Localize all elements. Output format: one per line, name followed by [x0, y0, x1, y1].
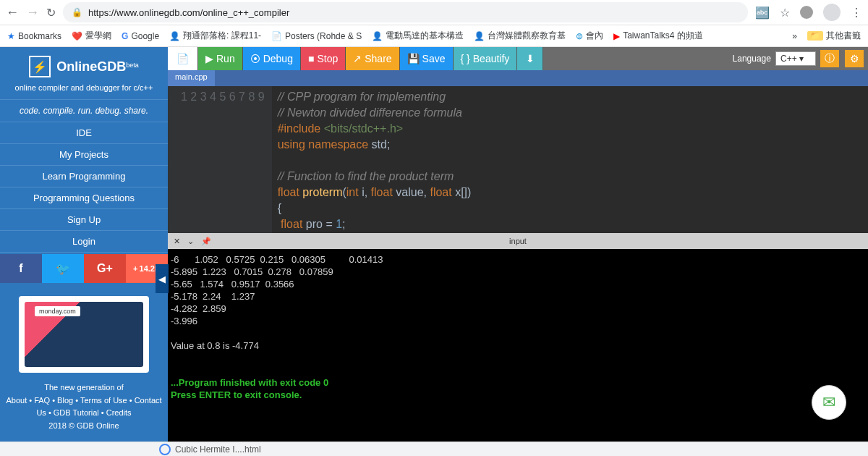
extension-icons: 🔤 ☆ ⋮	[755, 4, 862, 21]
ext-icon[interactable]	[800, 6, 813, 19]
sidebar-nav: IDE My Projects Learn Programming Progra…	[0, 122, 168, 253]
bookmarks-overflow[interactable]: »	[792, 31, 797, 41]
sidebar-footer: The new generation of About • FAQ • Blog…	[0, 379, 168, 435]
profile-avatar[interactable]	[823, 4, 841, 21]
console-close-icon[interactable]: ✕	[174, 237, 180, 246]
beautify-button[interactable]: { } Beautify	[454, 47, 518, 70]
social-row: f 🐦 G+ +14.2K	[0, 254, 168, 283]
share-button[interactable]: ↗ Share	[346, 47, 399, 70]
bookmark-item[interactable]: 📄Posters (Rohde & S	[271, 31, 362, 41]
address-bar[interactable]: 🔒 https://www.onlinegdb.com/online_c++_c…	[63, 2, 748, 22]
nav-learn[interactable]: Learn Programming	[0, 166, 168, 187]
nav-questions[interactable]: Programming Questions	[0, 187, 168, 209]
forward-button[interactable]: →	[26, 5, 39, 20]
language-label: Language	[733, 54, 771, 64]
googleplus-button[interactable]: G+	[84, 254, 126, 283]
browser-toolbar: ← → ↻ 🔒 https://www.onlinegdb.com/online…	[0, 0, 868, 25]
debug-button[interactable]: ⦿ Debug	[243, 47, 301, 70]
bookmark-item[interactable]: 👤電動馬達的基本構造	[372, 30, 464, 42]
footer-links[interactable]: About • FAQ • Blog • Terms of Use • Cont…	[6, 396, 161, 418]
console-pin-icon[interactable]: 📌	[201, 237, 211, 246]
nav-projects[interactable]: My Projects	[0, 144, 168, 166]
facebook-button[interactable]: f	[0, 254, 42, 283]
console-bar: ✕ ⌄ 📌 input	[168, 233, 868, 249]
nav-ide[interactable]: IDE	[0, 122, 168, 144]
downloads-bar: Cubic Hermite I....html	[0, 442, 868, 456]
back-button[interactable]: ←	[6, 5, 19, 20]
logo-icon: ⚡	[29, 56, 51, 77]
logo-text: OnlineGDB	[56, 59, 126, 74]
star-icon[interactable]: ☆	[780, 6, 790, 20]
tagline: code. compile. run. debug. share.	[0, 99, 168, 122]
nav-signup[interactable]: Sign Up	[0, 209, 168, 231]
code-editor[interactable]: 1 2 3 4 5 6 7 8 9 // CPP program for imp…	[168, 86, 868, 233]
chat-fab[interactable]: ✉	[812, 385, 846, 420]
bookmark-item[interactable]: 👤台灣媒體觀察教育基	[474, 30, 566, 42]
console-collapse-icon[interactable]: ⌄	[187, 237, 194, 246]
subtitle: online compiler and debugger for c/c++	[0, 82, 168, 99]
language-select[interactable]: C++ ▾	[775, 51, 816, 66]
settings-button[interactable]: ⚙	[845, 50, 864, 67]
twitter-button[interactable]: 🐦	[42, 254, 84, 283]
save-button[interactable]: 💾 Save	[400, 47, 454, 70]
bookmark-item[interactable]: ❤️愛學網	[72, 30, 111, 42]
ad-banner[interactable]: monday.com	[19, 296, 149, 373]
sidebar: ⚡ OnlineGDBbeta online compiler and debu…	[0, 47, 168, 442]
ad-label: monday.com	[35, 306, 80, 316]
translate-icon[interactable]: 🔤	[755, 6, 770, 20]
tab-main[interactable]: main.cpp	[168, 70, 215, 86]
editor-area: 📄 ▶ Run ⦿ Debug ■ Stop ↗ Share 💾 Save { …	[168, 47, 868, 442]
line-gutter: 1 2 3 4 5 6 7 8 9	[168, 86, 272, 233]
collapse-sidebar-button[interactable]: ◀	[156, 264, 169, 293]
logo: ⚡ OnlineGDBbeta	[0, 47, 168, 82]
lock-icon: 🔒	[72, 7, 82, 17]
menu-icon[interactable]: ⋮	[851, 6, 862, 20]
info-button[interactable]: ⓘ	[820, 50, 839, 67]
run-button[interactable]: ▶ Run	[198, 47, 243, 70]
toolbar: 📄 ▶ Run ⦿ Debug ■ Stop ↗ Share 💾 Save { …	[168, 47, 868, 70]
bookmark-item[interactable]: 👤翔通部落格: 課程11-	[169, 30, 261, 42]
download-button[interactable]: ⬇	[517, 47, 543, 70]
console-output[interactable]: -6 1.052 0.5725 0.215 0.06305 0.01413 -5…	[168, 249, 868, 442]
bookmark-item[interactable]: ⊜會內	[576, 30, 603, 42]
chrome-icon	[159, 444, 171, 455]
nav-login[interactable]: Login	[0, 231, 168, 253]
url-text: https://www.onlinegdb.com/online_c++_com…	[88, 7, 289, 18]
new-file-button[interactable]: 📄	[168, 47, 198, 70]
reload-button[interactable]: ↻	[46, 6, 56, 20]
console-title: input	[509, 237, 527, 245]
code-content[interactable]: // CPP program for implementing // Newto…	[272, 86, 477, 233]
bookmark-item[interactable]: GGoogle	[122, 31, 159, 41]
bookmark-item[interactable]: ▶TaiwanTalks4 的頻道	[613, 30, 703, 42]
beta-badge: beta	[126, 61, 139, 68]
copyright: 2018 © GDB Online	[6, 420, 162, 433]
stop-button[interactable]: ■ Stop	[301, 47, 346, 70]
bookmarks-menu[interactable]: ★Bookmarks	[7, 31, 61, 41]
bookmarks-bar: ★Bookmarks ❤️愛學網 GGoogle 👤翔通部落格: 課程11- 📄…	[0, 25, 868, 47]
other-bookmarks-folder[interactable]: 📁其他書籤	[807, 30, 861, 42]
download-item[interactable]: Cubic Hermite I....html	[159, 444, 261, 455]
editor-tabs: main.cpp	[168, 70, 868, 86]
